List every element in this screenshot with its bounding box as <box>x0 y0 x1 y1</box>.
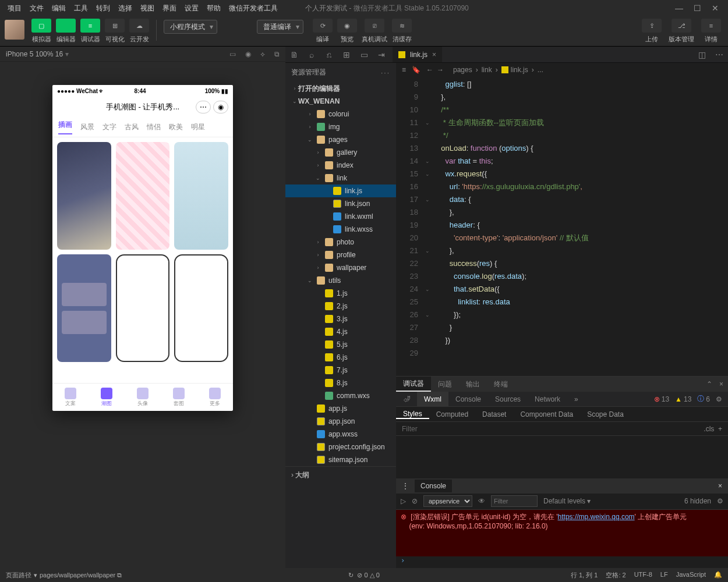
info-badge[interactable]: ⓘ6 <box>697 394 710 404</box>
wallpaper-card[interactable] <box>116 142 170 250</box>
toolbar-button[interactable]: ◉预览 <box>337 19 357 44</box>
console-toggle-icon[interactable]: ⋮ <box>396 482 415 490</box>
toolbar-button[interactable]: ≋清缓存 <box>392 19 412 44</box>
category-tab[interactable]: 风景 <box>80 122 94 132</box>
toolbar-button[interactable]: ▢模拟器 <box>31 19 51 44</box>
hidden-count[interactable]: 6 hidden <box>684 497 711 505</box>
tree-node[interactable]: app.js <box>285 402 396 415</box>
copy-icon[interactable]: ⧉ <box>117 572 122 579</box>
panel-tab[interactable]: Network <box>528 392 567 406</box>
minimize-icon[interactable]: — <box>675 3 683 13</box>
console-filter[interactable] <box>491 495 538 507</box>
wallpaper-card[interactable] <box>174 142 228 250</box>
gear-icon[interactable]: ⚙ <box>717 497 723 505</box>
menu-item[interactable]: 选择 <box>114 3 136 13</box>
menu-item[interactable]: 界面 <box>158 3 181 13</box>
breadcrumb-item[interactable]: pages <box>453 66 472 74</box>
tree-node[interactable]: link.wxml <box>285 210 396 223</box>
menu-item[interactable]: 帮助 <box>203 3 225 13</box>
context-select[interactable]: appservice <box>423 495 472 507</box>
tree-node[interactable]: link.json <box>285 197 396 210</box>
compile-select[interactable]: 普通编译 <box>257 20 303 34</box>
nav-fwd-icon[interactable]: → <box>437 66 444 74</box>
category-tab[interactable]: 明星 <box>191 122 205 132</box>
tree-node[interactable]: ›photo <box>285 236 396 249</box>
close-icon[interactable]: × <box>719 380 723 388</box>
menu-item[interactable]: 微信开发者工具 <box>225 3 282 13</box>
warn-badge[interactable]: ▲13 <box>675 395 691 403</box>
eol-info[interactable]: LF <box>660 571 668 580</box>
error-link[interactable]: https://mp.weixin.qq.com <box>558 513 635 521</box>
indent-info[interactable]: 空格: 2 <box>606 571 625 580</box>
wallpaper-card[interactable] <box>57 254 111 362</box>
sim-tool-icon[interactable]: ▭ <box>229 50 236 58</box>
more-icon[interactable]: ⋯ <box>711 50 728 59</box>
console-tab[interactable]: Console <box>415 480 452 492</box>
tree-node[interactable]: ⌄pages <box>285 133 396 146</box>
nav-item[interactable]: 潮图 <box>89 384 125 411</box>
tree-node[interactable]: app.wxss <box>285 428 396 441</box>
chevron-up-icon[interactable]: ⌃ <box>706 380 712 388</box>
add-style-icon[interactable]: + <box>718 425 722 433</box>
tree-node[interactable]: ›gallery <box>285 146 396 159</box>
nav-item[interactable]: 更多 <box>197 384 233 411</box>
tree-node[interactable]: ›profile <box>285 249 396 261</box>
avatar[interactable] <box>5 20 24 40</box>
tree-node[interactable]: sitemap.json <box>285 453 396 466</box>
styles-tab[interactable]: Computed <box>429 410 475 418</box>
code-editor[interactable]: 8910111213141516171819202122232425262728… <box>396 77 728 376</box>
phone-preview[interactable]: ●●●●● WeChat ᯤ 8:44 100% ▮▮ 手机潮图 - 让手机秀.… <box>52 85 233 411</box>
menu-item[interactable]: 文件 <box>26 3 48 13</box>
tree-node[interactable]: app.json <box>285 415 396 428</box>
split-icon[interactable]: ◫ <box>693 50 711 59</box>
close-icon[interactable]: ✕ <box>712 3 719 13</box>
toolbar-button[interactable]: ⟳编译 <box>313 19 333 44</box>
capsule-menu-icon[interactable]: ⋯ <box>196 101 211 113</box>
inspect-icon[interactable]: ⮰ <box>396 392 417 406</box>
expand-icon[interactable]: ⇥ <box>373 50 390 59</box>
sim-tool-icon[interactable]: ⟡ <box>260 50 265 58</box>
levels-select[interactable]: Default levels ▾ <box>543 497 591 505</box>
tree-section[interactable]: ›打开的编辑器 <box>285 82 396 95</box>
tree-node[interactable]: 7.js <box>285 364 396 377</box>
toolbar-button[interactable]: ⎇版本管理 <box>669 19 694 44</box>
category-tab[interactable]: 文字 <box>103 122 116 132</box>
nav-back-icon[interactable]: ← <box>426 66 433 74</box>
breadcrumb-item[interactable]: link <box>482 66 492 74</box>
tree-node[interactable]: 3.js <box>285 313 396 325</box>
console-prompt[interactable]: › <box>396 556 728 568</box>
styles-tab[interactable]: Scope Data <box>580 410 631 418</box>
editor-tab[interactable]: link.js × <box>393 47 442 62</box>
cursor-pos[interactable]: 行 1, 列 1 <box>571 571 598 580</box>
page-path[interactable]: pages/wallpaper/wallpaper <box>40 572 115 579</box>
panel-tab[interactable]: Wxml <box>417 392 448 406</box>
styles-tab[interactable]: Component Data <box>513 410 580 418</box>
menu-item[interactable]: 工具 <box>70 3 92 13</box>
tree-node[interactable]: ›img <box>285 120 396 133</box>
devtools-tab[interactable]: 终端 <box>487 377 515 392</box>
list-icon[interactable]: ≡ <box>402 66 406 74</box>
tree-node[interactable]: 2.js <box>285 300 396 313</box>
tree-node[interactable]: project.config.json <box>285 441 396 453</box>
toolbar-button[interactable]: 编辑器 <box>56 19 76 44</box>
maximize-icon[interactable]: ☐ <box>694 3 701 13</box>
toolbar-button[interactable]: ⇪上传 <box>642 19 662 44</box>
toolbar-button[interactable]: ☁云开发 <box>129 19 149 44</box>
layout-icon[interactable]: ▭ <box>355 50 373 59</box>
wallpaper-card[interactable] <box>57 142 111 250</box>
bookmark-icon[interactable]: 🔖 <box>412 66 420 74</box>
bell-icon[interactable]: 🔔 <box>714 571 722 580</box>
styles-filter[interactable]: Filter <box>402 425 418 433</box>
problems-count[interactable]: ⊘ 0 △ 0 <box>357 572 379 579</box>
toolbar-button[interactable]: ≡调试器 <box>80 19 100 44</box>
gear-icon[interactable]: ⚙ <box>716 395 722 403</box>
tree-node[interactable]: ›colorui <box>285 108 396 120</box>
sim-tool-icon[interactable]: ◉ <box>245 50 251 58</box>
more-icon[interactable]: ··· <box>381 69 390 77</box>
tree-node[interactable]: ›wallpaper <box>285 261 396 274</box>
close-tab-icon[interactable]: × <box>432 51 436 59</box>
close-icon[interactable]: × <box>712 482 728 490</box>
capsule-close-icon[interactable]: ◉ <box>213 101 228 113</box>
eye-icon[interactable]: 👁 <box>478 497 485 505</box>
search-icon[interactable]: ⌕ <box>303 50 320 59</box>
